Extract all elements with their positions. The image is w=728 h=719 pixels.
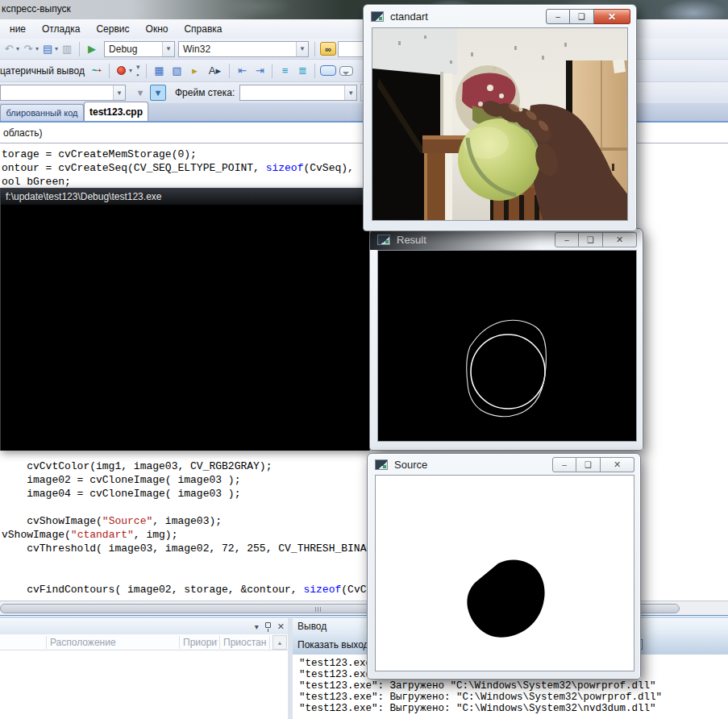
stack-frame-label: Фрейм стека:: [175, 87, 235, 98]
line-numbers-icon[interactable]: ≡: [277, 63, 293, 79]
source-title-text: Source: [394, 459, 427, 471]
chevron-down-icon: ▾: [16, 45, 19, 52]
contour-plot: [378, 251, 637, 442]
filter-icon[interactable]: ▼: [132, 85, 148, 101]
close-button[interactable]: ✕: [594, 9, 630, 24]
minimize-button[interactable]: –: [555, 232, 579, 247]
menu-item-Окно[interactable]: Окно: [138, 21, 177, 37]
platform-value: Win32: [183, 44, 210, 55]
toolbar-grip[interactable]: ▾▪: [136, 63, 139, 79]
paste-code-icon[interactable]: ▧: [168, 63, 185, 79]
ctandart-title-text: ctandart: [390, 10, 428, 23]
scope-dropdown-value[interactable]: область): [0, 127, 42, 139]
maximize-button[interactable]: ❑: [579, 232, 603, 247]
column-location[interactable]: Расположение: [50, 637, 116, 648]
chevron-down-icon[interactable]: ▼: [162, 42, 174, 56]
configuration-combobox[interactable]: Debug ▼: [104, 41, 175, 57]
chevron-down-icon[interactable]: ▼: [296, 42, 308, 56]
copy-code-icon[interactable]: ▦: [151, 63, 167, 79]
separator: [229, 64, 230, 78]
threads-panel: ▾ ✕ Расположение Приорит Приостан ▲: [0, 618, 288, 719]
word-wrap-icon[interactable]: ≣: [294, 63, 310, 79]
console-window[interactable]: f:\update\test123\Debug\test123.exe: [0, 188, 370, 451]
webcam-image: [372, 27, 628, 221]
code-line: vShowImage("ctandart", img);: [2, 528, 372, 542]
pin-icon[interactable]: [265, 622, 271, 628]
stack-frame-combobox[interactable]: ▼: [239, 85, 357, 101]
navigate-forward-icon[interactable]: ▥: [59, 41, 75, 57]
platform-combobox[interactable]: Win32 ▼: [178, 41, 309, 57]
show-output-from-label: Показать выходн: [297, 639, 374, 650]
console-titlebar[interactable]: f:\update\test123\Debug\test123.exe: [1, 189, 369, 205]
chevron-down-icon[interactable]: ▼: [113, 85, 125, 100]
squiggle-add-icon[interactable]: ~+: [89, 63, 105, 79]
start-debugging-icon[interactable]: ▶: [84, 41, 100, 57]
comment-icon[interactable]: [339, 66, 353, 76]
code-block-bottom: cvCvtColor(img1, image03, CV_RGB2GRAY); …: [2, 459, 372, 596]
window-controls: – ❑ ✕: [546, 9, 630, 24]
code-line: ontour = cvCreateSeq(CV_SEQ_ELTYPE_POINT…: [2, 161, 354, 175]
redo-icon[interactable]: ↷: [20, 41, 36, 57]
outdent-icon[interactable]: ⇤: [234, 63, 250, 79]
result-titlebar[interactable]: Result – ❑ ✕: [370, 229, 643, 250]
window-menu-icon[interactable]: ▾: [255, 622, 259, 631]
separator: [109, 64, 110, 78]
process-combobox[interactable]: ▼: [0, 85, 126, 101]
code-line: [2, 555, 372, 569]
chevron-down-icon: ▾: [35, 45, 39, 52]
hex-output-label[interactable]: цатеричный вывод: [0, 65, 85, 77]
text-navigate-icon[interactable]: A▸: [204, 63, 225, 79]
menu-item-Отладка[interactable]: Отладка: [34, 21, 88, 37]
scroll-up-icon[interactable]: ▲: [272, 635, 287, 650]
chevron-down-icon: ▾: [55, 45, 58, 52]
ctandart-window[interactable]: ctandart – ❑ ✕: [363, 4, 637, 231]
column-separator: [179, 636, 180, 649]
close-button[interactable]: ✕: [601, 457, 634, 472]
window-icon: [377, 235, 390, 245]
tab-test123-cpp[interactable]: test123.cpp: [84, 102, 148, 121]
close-icon[interactable]: ✕: [277, 621, 285, 632]
code-line: [2, 501, 372, 514]
minimize-button[interactable]: –: [546, 9, 570, 24]
menu-item-Сервис[interactable]: Сервис: [88, 21, 137, 37]
cursor-select-icon[interactable]: ▸: [186, 63, 202, 79]
source-titlebar[interactable]: Source – ❑ ✕: [368, 454, 640, 475]
column-priority[interactable]: Приорит: [183, 637, 218, 648]
ctandart-titlebar[interactable]: ctandart – ❑ ✕: [364, 5, 636, 27]
result-image: [377, 250, 637, 442]
output-line: "test123.exe": Выгружено: "C:\Windows\Sy…: [299, 703, 728, 714]
filter-active-icon[interactable]: ▼: [150, 85, 166, 101]
column-separator: [46, 636, 47, 649]
code-line: cvFindContours( image02, storage, &conto…: [2, 583, 372, 596]
bookmark-box-icon[interactable]: [320, 65, 336, 76]
menu-item-Справка[interactable]: Справка: [176, 21, 230, 37]
tab-disassembly[interactable]: блированный код: [0, 104, 84, 121]
maximize-button[interactable]: ❑: [576, 457, 601, 472]
chevron-down-icon[interactable]: ▾: [129, 67, 132, 74]
source-image: [375, 475, 634, 671]
source-window[interactable]: Source – ❑ ✕: [367, 453, 641, 680]
minimize-button[interactable]: –: [552, 457, 576, 472]
menu-item-ние[interactable]: ние: [2, 21, 34, 37]
separator: [314, 42, 315, 56]
navigate-backward-icon[interactable]: ▤: [40, 41, 56, 57]
output-line: "test123.exe": Загружено "C:\Windows\Sys…: [299, 680, 728, 692]
maximize-button[interactable]: ❑: [570, 9, 594, 24]
close-button[interactable]: ✕: [603, 232, 637, 247]
breakpoint-icon[interactable]: [114, 63, 130, 79]
result-window[interactable]: Result – ❑ ✕: [369, 228, 643, 451]
find-in-files-icon[interactable]: ∞: [320, 42, 336, 56]
window-controls: – ❑ ✕: [555, 232, 637, 247]
code-line: ool bGreen;: [2, 175, 354, 189]
separator: [146, 64, 147, 78]
threshold-blob: [376, 476, 634, 671]
column-suspended[interactable]: Приостан: [223, 637, 268, 648]
indent-icon[interactable]: ⇥: [252, 63, 268, 79]
undo-icon[interactable]: ↶: [1, 41, 17, 57]
chevron-down-icon[interactable]: ▼: [344, 85, 356, 100]
vs-window-title: кспресс-выпуск: [2, 3, 71, 15]
scrollbar-grip: [315, 607, 321, 612]
threads-list[interactable]: [0, 650, 288, 719]
column-separator: [219, 636, 220, 649]
window-icon: [375, 459, 388, 470]
